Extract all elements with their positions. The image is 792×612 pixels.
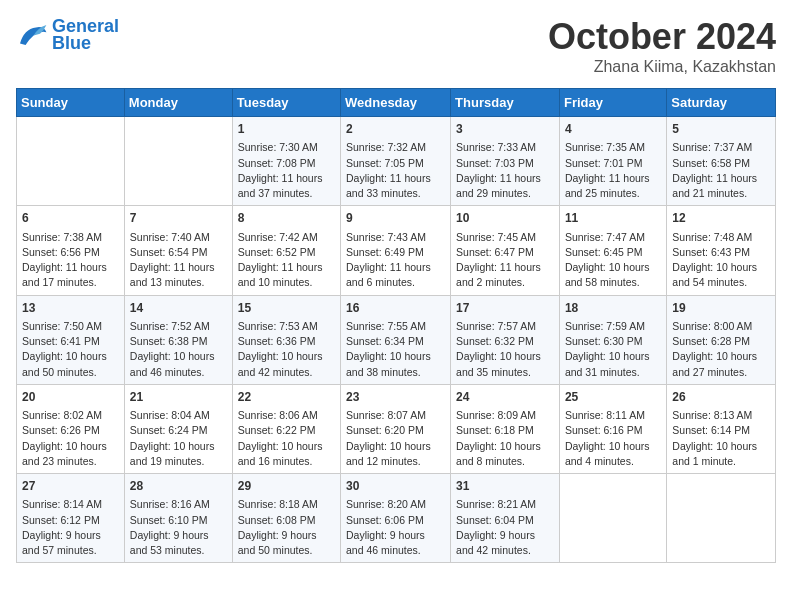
logo-text: General Blue [52,16,119,54]
calendar-cell [17,117,125,206]
page-header: General Blue October 2024 Zhana Kiima, K… [16,16,776,76]
sunrise-text: Sunrise: 7:35 AM [565,140,661,155]
calendar-table: SundayMondayTuesdayWednesdayThursdayFrid… [16,88,776,563]
daylight-text: Daylight: 11 hours and 10 minutes. [238,260,335,290]
calendar-cell: 8Sunrise: 7:42 AMSunset: 6:52 PMDaylight… [232,206,340,295]
day-header-wednesday: Wednesday [341,89,451,117]
day-number: 16 [346,300,445,317]
daylight-text: Daylight: 10 hours and 27 minutes. [672,349,770,379]
daylight-text: Daylight: 10 hours and 35 minutes. [456,349,554,379]
calendar-cell: 25Sunrise: 8:11 AMSunset: 6:16 PMDayligh… [559,384,666,473]
calendar-week-row: 13Sunrise: 7:50 AMSunset: 6:41 PMDayligh… [17,295,776,384]
daylight-text: Daylight: 9 hours and 42 minutes. [456,528,554,558]
calendar-cell [667,474,776,563]
calendar-cell: 10Sunrise: 7:45 AMSunset: 6:47 PMDayligh… [451,206,560,295]
daylight-text: Daylight: 10 hours and 50 minutes. [22,349,119,379]
calendar-cell: 13Sunrise: 7:50 AMSunset: 6:41 PMDayligh… [17,295,125,384]
calendar-cell: 1Sunrise: 7:30 AMSunset: 7:08 PMDaylight… [232,117,340,206]
day-number: 2 [346,121,445,138]
day-header-friday: Friday [559,89,666,117]
daylight-text: Daylight: 11 hours and 29 minutes. [456,171,554,201]
day-header-sunday: Sunday [17,89,125,117]
sunrise-text: Sunrise: 7:57 AM [456,319,554,334]
sunset-text: Sunset: 6:41 PM [22,334,119,349]
sunset-text: Sunset: 7:05 PM [346,156,445,171]
calendar-header-row: SundayMondayTuesdayWednesdayThursdayFrid… [17,89,776,117]
day-number: 8 [238,210,335,227]
logo: General Blue [16,16,119,54]
calendar-week-row: 27Sunrise: 8:14 AMSunset: 6:12 PMDayligh… [17,474,776,563]
calendar-cell: 26Sunrise: 8:13 AMSunset: 6:14 PMDayligh… [667,384,776,473]
calendar-cell: 16Sunrise: 7:55 AMSunset: 6:34 PMDayligh… [341,295,451,384]
sunrise-text: Sunrise: 7:38 AM [22,230,119,245]
daylight-text: Daylight: 10 hours and 42 minutes. [238,349,335,379]
sunset-text: Sunset: 6:38 PM [130,334,227,349]
day-number: 26 [672,389,770,406]
sunrise-text: Sunrise: 7:53 AM [238,319,335,334]
sunrise-text: Sunrise: 7:47 AM [565,230,661,245]
day-number: 19 [672,300,770,317]
daylight-text: Daylight: 10 hours and 38 minutes. [346,349,445,379]
sunrise-text: Sunrise: 7:59 AM [565,319,661,334]
sunset-text: Sunset: 6:47 PM [456,245,554,260]
sunset-text: Sunset: 6:45 PM [565,245,661,260]
daylight-text: Daylight: 11 hours and 6 minutes. [346,260,445,290]
calendar-cell: 20Sunrise: 8:02 AMSunset: 6:26 PMDayligh… [17,384,125,473]
sunset-text: Sunset: 6:14 PM [672,423,770,438]
day-header-tuesday: Tuesday [232,89,340,117]
sunset-text: Sunset: 6:12 PM [22,513,119,528]
daylight-text: Daylight: 9 hours and 46 minutes. [346,528,445,558]
calendar-cell: 17Sunrise: 7:57 AMSunset: 6:32 PMDayligh… [451,295,560,384]
day-number: 15 [238,300,335,317]
sunrise-text: Sunrise: 7:30 AM [238,140,335,155]
sunrise-text: Sunrise: 8:16 AM [130,497,227,512]
sunset-text: Sunset: 6:56 PM [22,245,119,260]
sunrise-text: Sunrise: 7:45 AM [456,230,554,245]
day-number: 23 [346,389,445,406]
sunrise-text: Sunrise: 7:43 AM [346,230,445,245]
day-number: 12 [672,210,770,227]
title-area: October 2024 Zhana Kiima, Kazakhstan [548,16,776,76]
sunrise-text: Sunrise: 8:11 AM [565,408,661,423]
calendar-cell: 2Sunrise: 7:32 AMSunset: 7:05 PMDaylight… [341,117,451,206]
sunset-text: Sunset: 6:32 PM [456,334,554,349]
sunset-text: Sunset: 6:22 PM [238,423,335,438]
calendar-cell: 7Sunrise: 7:40 AMSunset: 6:54 PMDaylight… [124,206,232,295]
day-header-thursday: Thursday [451,89,560,117]
day-number: 27 [22,478,119,495]
daylight-text: Daylight: 11 hours and 21 minutes. [672,171,770,201]
calendar-cell: 18Sunrise: 7:59 AMSunset: 6:30 PMDayligh… [559,295,666,384]
daylight-text: Daylight: 9 hours and 53 minutes. [130,528,227,558]
day-number: 22 [238,389,335,406]
sunset-text: Sunset: 6:49 PM [346,245,445,260]
sunrise-text: Sunrise: 8:06 AM [238,408,335,423]
sunrise-text: Sunrise: 7:42 AM [238,230,335,245]
day-number: 4 [565,121,661,138]
sunrise-text: Sunrise: 8:14 AM [22,497,119,512]
day-number: 10 [456,210,554,227]
calendar-cell: 21Sunrise: 8:04 AMSunset: 6:24 PMDayligh… [124,384,232,473]
sunrise-text: Sunrise: 8:07 AM [346,408,445,423]
sunset-text: Sunset: 7:03 PM [456,156,554,171]
sunrise-text: Sunrise: 8:20 AM [346,497,445,512]
calendar-cell: 30Sunrise: 8:20 AMSunset: 6:06 PMDayligh… [341,474,451,563]
sunrise-text: Sunrise: 7:48 AM [672,230,770,245]
sunrise-text: Sunrise: 7:40 AM [130,230,227,245]
calendar-cell: 11Sunrise: 7:47 AMSunset: 6:45 PMDayligh… [559,206,666,295]
daylight-text: Daylight: 10 hours and 23 minutes. [22,439,119,469]
sunset-text: Sunset: 6:28 PM [672,334,770,349]
calendar-cell: 31Sunrise: 8:21 AMSunset: 6:04 PMDayligh… [451,474,560,563]
day-number: 7 [130,210,227,227]
sunrise-text: Sunrise: 8:02 AM [22,408,119,423]
sunrise-text: Sunrise: 7:52 AM [130,319,227,334]
day-number: 21 [130,389,227,406]
sunset-text: Sunset: 6:06 PM [346,513,445,528]
sunset-text: Sunset: 6:52 PM [238,245,335,260]
day-number: 20 [22,389,119,406]
day-number: 29 [238,478,335,495]
calendar-cell: 4Sunrise: 7:35 AMSunset: 7:01 PMDaylight… [559,117,666,206]
day-number: 11 [565,210,661,227]
sunset-text: Sunset: 6:58 PM [672,156,770,171]
sunrise-text: Sunrise: 8:09 AM [456,408,554,423]
calendar-cell [559,474,666,563]
